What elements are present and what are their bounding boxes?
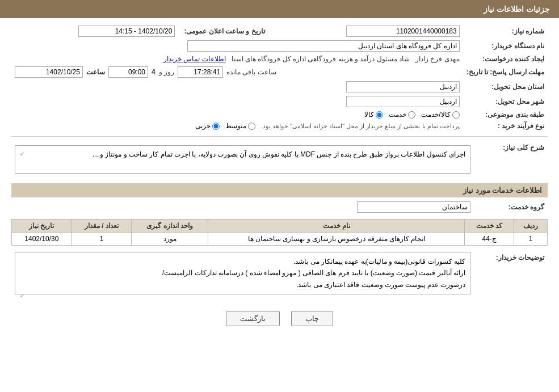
buyer-notes-line2: ارائه آنالیز قیمت (صورت وضعیت) با تایید … (20, 267, 465, 279)
col-count: تعداد / مقدار (72, 220, 132, 233)
contact-link[interactable]: اطلاعات تماس خریدار (163, 55, 226, 63)
button-row: بازگشت چاپ (11, 311, 548, 326)
purchase-partial-radio[interactable]: جزیی (195, 122, 220, 130)
province-label: استان محل تحویل: (463, 79, 548, 94)
requester-label: ایجاد کننده درخواست: (463, 53, 548, 65)
page-header: جزئیات اطلاعات نیاز (0, 0, 559, 18)
cell-row_num: 1 (514, 233, 548, 246)
print-button[interactable]: چاپ (291, 311, 333, 326)
service-group-table: گروه خدمت: (11, 200, 548, 214)
divider-1 (11, 136, 548, 137)
cell-service_name: انجام کارهای متفرقه درخصوص بازسازی و بهس… (208, 233, 465, 246)
col-need-date: تاریخ نیاز (12, 220, 72, 233)
resize-handle-2: ↙ (20, 290, 24, 300)
col-service-name: نام خدمت (208, 220, 465, 233)
requester-value: مهدی فرخ زادار (415, 55, 460, 63)
need-number-value (268, 24, 463, 39)
description-label: شرح کلی نیاز: (474, 140, 548, 179)
category-label: طبقه بندی موضوعی: (463, 109, 548, 120)
service-group-input[interactable] (357, 201, 470, 213)
col-service-code: کد خدمت (465, 220, 514, 233)
cell-need_date: 1402/10/30 (12, 233, 72, 246)
time-label: ساعت (86, 68, 105, 76)
resize-handle: ↙ (20, 149, 24, 158)
buyer-notes-table: توضیحات خریدار: کلیه کسورات قانونی(بیمه … (11, 250, 548, 302)
description-box: اجرای کنسول اطلاعات برواز طبق طرح بنده ا… (15, 145, 470, 174)
city-label: شهر محل تحویل: (463, 94, 548, 109)
buyer-notes-line3: درصورت عدم پیوست صورت وضعیت فاقد اعتباری… (20, 279, 465, 290)
category-service-label: خدمت (389, 111, 406, 119)
table-row: 1ج-44انجام کارهای متفرقه درخصوص بازسازی … (12, 233, 548, 246)
col-unit: واحد اندازه گیری (132, 220, 208, 233)
col-row-num: ردیف (514, 220, 548, 233)
deadline-label: مهلت ارسال پاسخ: تا تاریخ: (463, 65, 548, 79)
back-button[interactable]: بازگشت (226, 311, 280, 326)
need-number-label: شماره نیاز: (463, 24, 548, 39)
remaining-input[interactable] (178, 66, 223, 78)
deadline-time-input[interactable] (108, 66, 148, 78)
info-table: شماره نیاز: تاریخ و ساعت اعلان عمومی: نا… (11, 24, 548, 132)
services-section-title: اطلاعات خدمات مورد نیاز (11, 183, 548, 197)
purchase-medium-label: متوسط (225, 122, 246, 130)
description-table: شرح کلی نیاز: اجرای کنسول اطلاعات برواز … (11, 140, 548, 179)
need-number-input[interactable] (346, 26, 460, 37)
buyer-name-label: نام دستگاه خریدار: (463, 39, 548, 53)
deadline-date-input[interactable] (15, 66, 83, 78)
cell-count: 1 (72, 233, 132, 246)
buyer-notes-label: توضیحات خریدار: (474, 250, 548, 302)
cell-service_code: ج-44 (465, 233, 514, 246)
category-goods-service-radio[interactable]: کالا/خدمت (421, 111, 459, 119)
requester-title: شاد مسئول درآمد و هزینه فرودگاهی اداره ک… (232, 55, 410, 63)
date-label: تاریخ و ساعت اعلان عمومی: (178, 24, 268, 39)
days-text: روز و (159, 68, 174, 76)
services-table: ردیف کد خدمت نام خدمت واحد اندازه گیری ت… (11, 219, 548, 246)
buyer-notes-box: کلیه کسورات قانونی(بیمه و مالیات)به عهده… (15, 252, 470, 294)
category-service-radio[interactable]: خدمت (389, 111, 415, 119)
description-text: اجرای کنسول اطلاعات برواز طبق طرح بنده ا… (93, 150, 465, 158)
date-input[interactable] (78, 26, 175, 37)
buyer-notes-line1: کلیه کسورات قانونی(بیمه و مالیات)به عهده… (20, 256, 465, 267)
purchase-medium-radio[interactable]: متوسط (225, 122, 255, 130)
category-goods-service-label: کالا/خدمت (421, 111, 450, 119)
purchase-partial-label: جزیی (195, 122, 211, 130)
category-goods-radio[interactable]: کالا (364, 111, 383, 119)
purchase-note: پرداخت تمام یا بخشی از مبلغ خریدار از مح… (261, 123, 460, 130)
buyer-name-input[interactable] (187, 40, 460, 52)
days-label: 4 (152, 68, 155, 76)
category-goods-label: کالا (364, 111, 374, 119)
page-title: جزئیات اطلاعات نیاز (484, 5, 550, 14)
cell-unit: مورد (132, 233, 208, 246)
service-group-label: گروه خدمت: (474, 200, 548, 214)
province-input[interactable] (346, 81, 460, 92)
date-value (11, 24, 178, 39)
remaining-label: ساعت باقی مانده (226, 68, 276, 76)
city-input[interactable] (346, 96, 460, 107)
purchase-type-label: نوع فرآیند خرید : (463, 120, 548, 132)
